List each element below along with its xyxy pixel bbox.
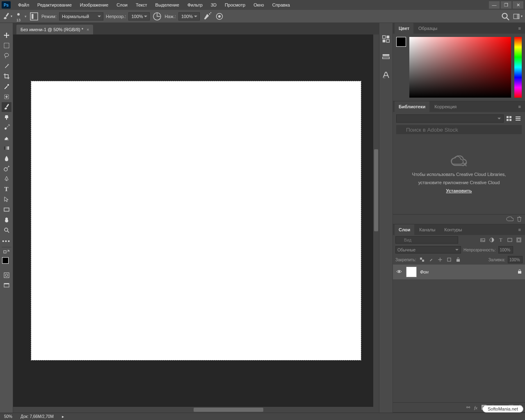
layer-blend-mode-dropdown[interactable]: Обычные bbox=[395, 246, 461, 253]
type-tool[interactable]: T bbox=[2, 184, 11, 194]
marquee-tool[interactable] bbox=[2, 41, 11, 50]
filter-smart-icon[interactable] bbox=[515, 236, 523, 244]
brush-tool[interactable] bbox=[2, 102, 11, 112]
panel-menu-icon[interactable]: ≡ bbox=[516, 26, 523, 31]
eraser-tool[interactable] bbox=[2, 133, 11, 143]
layer-style-icon[interactable]: fx bbox=[474, 405, 477, 410]
menu-edit[interactable]: Редактирование bbox=[33, 0, 76, 10]
visibility-icon[interactable] bbox=[396, 269, 403, 274]
search-icon[interactable] bbox=[500, 11, 510, 21]
foreground-color-swatch[interactable] bbox=[2, 257, 9, 264]
history-panel-icon[interactable] bbox=[381, 34, 390, 43]
list-view-icon[interactable] bbox=[514, 115, 522, 122]
menu-window[interactable]: Окно bbox=[249, 0, 268, 10]
lock-all-icon[interactable] bbox=[455, 256, 461, 263]
close-icon[interactable]: × bbox=[87, 27, 89, 32]
zoom-tool[interactable] bbox=[2, 225, 11, 235]
swap-colors-icon[interactable] bbox=[2, 249, 11, 254]
lock-icon[interactable] bbox=[518, 269, 522, 275]
window-minimize-button[interactable]: — bbox=[489, 1, 500, 9]
brush-panel-toggle-icon[interactable] bbox=[29, 11, 39, 21]
canvas-viewport[interactable] bbox=[13, 34, 379, 407]
zoom-level[interactable]: 50% bbox=[4, 414, 12, 419]
tab-channels[interactable]: Каналы bbox=[415, 224, 439, 235]
tab-adjustments[interactable]: Коррекция bbox=[430, 101, 461, 112]
filter-pixel-icon[interactable] bbox=[479, 236, 486, 244]
panel-menu-icon[interactable]: ≡ bbox=[516, 104, 523, 109]
menu-image[interactable]: Изображение bbox=[76, 0, 112, 10]
lock-transparency-icon[interactable] bbox=[419, 256, 425, 263]
cloud-sync-icon[interactable] bbox=[506, 217, 514, 222]
dodge-tool[interactable] bbox=[2, 164, 11, 173]
trash-icon[interactable] bbox=[517, 216, 522, 223]
path-selection-tool[interactable] bbox=[2, 194, 11, 204]
character-panel-icon[interactable] bbox=[381, 71, 390, 80]
library-select-dropdown[interactable] bbox=[396, 114, 504, 123]
blend-mode-dropdown[interactable]: Нормальный bbox=[59, 12, 103, 21]
filter-shape-icon[interactable] bbox=[506, 236, 514, 244]
filter-adjustment-icon[interactable] bbox=[488, 236, 495, 244]
workspace-switcher-icon[interactable]: ▾ bbox=[513, 11, 523, 21]
layer-opacity-field[interactable] bbox=[498, 246, 513, 253]
hue-slider[interactable] bbox=[514, 37, 522, 98]
horizontal-scrollbar[interactable] bbox=[13, 407, 379, 413]
tab-paths[interactable]: Контуры bbox=[440, 224, 466, 235]
grid-view-icon[interactable] bbox=[505, 115, 513, 122]
link-layers-icon[interactable]: ⚯ bbox=[466, 405, 470, 410]
pen-tool[interactable] bbox=[2, 174, 11, 184]
window-close-button[interactable]: ✕ bbox=[513, 1, 523, 9]
panel-menu-icon[interactable]: ≡ bbox=[516, 227, 523, 232]
magic-wand-tool[interactable] bbox=[2, 61, 11, 71]
document-tab[interactable]: Без имени-1 @ 50% (RGB/8) * × bbox=[16, 25, 93, 34]
opacity-field[interactable]: 100% bbox=[128, 12, 150, 21]
healing-brush-tool[interactable] bbox=[2, 92, 11, 102]
library-search-input[interactable] bbox=[396, 125, 522, 134]
window-maximize-button[interactable]: ❐ bbox=[501, 1, 511, 9]
clone-stamp-tool[interactable] bbox=[2, 112, 11, 122]
gradient-tool[interactable] bbox=[2, 143, 11, 153]
document-info[interactable]: Док: 7,66M/2,70M bbox=[21, 414, 54, 419]
quickmask-tool[interactable] bbox=[2, 270, 11, 280]
pressure-size-icon[interactable] bbox=[215, 11, 224, 21]
fg-color-preview[interactable] bbox=[396, 37, 406, 47]
move-tool[interactable] bbox=[2, 30, 11, 40]
install-link[interactable]: Установить bbox=[446, 188, 472, 193]
canvas[interactable] bbox=[31, 81, 361, 360]
horizontal-scrollbar-thumb[interactable] bbox=[194, 408, 263, 412]
layer-fill-field[interactable] bbox=[508, 256, 523, 263]
tab-swatches[interactable]: Образцы bbox=[414, 23, 441, 34]
color-field[interactable] bbox=[409, 37, 511, 98]
flow-field[interactable]: 100% bbox=[178, 12, 200, 21]
color-swatches[interactable] bbox=[2, 257, 11, 266]
screen-mode-tool[interactable] bbox=[2, 281, 11, 290]
hand-tool[interactable] bbox=[2, 215, 11, 225]
tab-layers[interactable]: Слои bbox=[395, 224, 414, 235]
layer-row[interactable]: Фон bbox=[393, 265, 525, 279]
menu-text[interactable]: Текст bbox=[132, 0, 151, 10]
lock-pixels-icon[interactable] bbox=[428, 256, 434, 263]
layer-thumbnail[interactable] bbox=[406, 267, 417, 277]
eyedropper-tool[interactable] bbox=[2, 82, 11, 91]
crop-tool[interactable] bbox=[2, 71, 11, 81]
chevron-right-icon[interactable]: ▸ bbox=[62, 414, 64, 419]
menu-file[interactable]: Файл bbox=[14, 0, 33, 10]
vertical-scrollbar[interactable] bbox=[373, 34, 379, 407]
filter-type-icon[interactable]: T bbox=[497, 236, 504, 244]
menu-select[interactable]: Выделение bbox=[151, 0, 183, 10]
tab-libraries[interactable]: Библиотеки bbox=[395, 101, 429, 112]
lasso-tool[interactable] bbox=[2, 51, 11, 61]
properties-panel-icon[interactable] bbox=[381, 52, 390, 62]
airbrush-icon[interactable] bbox=[202, 11, 212, 21]
pressure-opacity-icon[interactable] bbox=[152, 11, 162, 21]
tool-preset-icon[interactable]: ▾ bbox=[2, 11, 12, 21]
menu-view[interactable]: Просмотр bbox=[221, 0, 249, 10]
brush-size-control[interactable]: 13 bbox=[15, 11, 22, 22]
history-brush-tool[interactable] bbox=[2, 123, 11, 132]
menu-3d[interactable]: 3D bbox=[207, 0, 221, 10]
menu-help[interactable]: Справка bbox=[268, 0, 294, 10]
blur-tool[interactable] bbox=[2, 153, 11, 163]
tab-color[interactable]: Цвет bbox=[395, 23, 413, 34]
lock-artboard-icon[interactable] bbox=[446, 256, 452, 263]
layer-name[interactable]: Фон bbox=[420, 269, 429, 274]
menu-layers[interactable]: Слои bbox=[112, 0, 132, 10]
